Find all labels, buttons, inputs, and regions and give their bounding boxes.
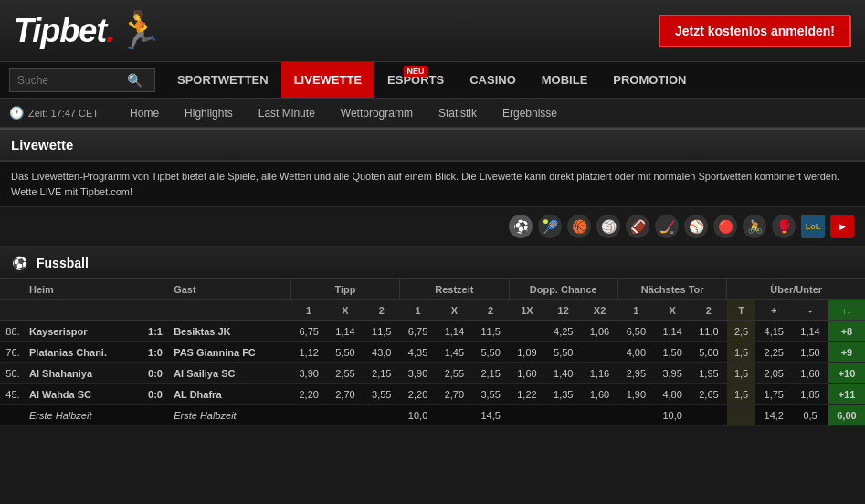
cycling-icon[interactable]: 🚴 (743, 215, 766, 238)
search-input[interactable] (17, 74, 127, 87)
col-r1: 1 (400, 300, 437, 321)
table-row: 88. Kayserispor 1:1 Besiktas JK 6,75 1,1… (0, 321, 865, 342)
sub-nav-home[interactable]: Home (117, 100, 172, 127)
col-dopp-label: Dopp. Chance (509, 279, 617, 300)
col-d12: 12 (545, 300, 582, 321)
col-minus: - (792, 300, 828, 321)
col-score-empty (141, 279, 170, 300)
clock-icon: 🕐 (9, 106, 24, 120)
table-row: 45. Al Wahda SC 0:0 AL Dhafra 2,20 2,70 … (0, 384, 865, 405)
badge-neu: Neu (404, 66, 428, 77)
sub-nav-lastminute[interactable]: Last Minute (246, 100, 328, 127)
basketball-icon[interactable]: 🏀 (567, 215, 591, 238)
nav-item-promotion[interactable]: PROMOTION (600, 62, 699, 98)
col-tipp-label: Tipp (290, 279, 399, 300)
col-num (0, 279, 26, 300)
ou-value: +9 (828, 342, 865, 363)
sub-nav: 🕐 Zeit: 17:47 CET Home Highlights Last M… (0, 99, 865, 128)
col-gast: Gast (170, 279, 290, 300)
hockey-icon[interactable]: 🏒 (655, 215, 679, 238)
nav-item-livewette[interactable]: LIVEWETTE (281, 62, 374, 98)
sub-nav-wettprogramm[interactable]: Wettprogramm (328, 100, 426, 127)
col-t2: 2 (364, 300, 400, 321)
col-n1: 1 (617, 300, 654, 321)
football-icon[interactable]: 🏈 (626, 215, 649, 238)
livewette-description: Das Livewetten-Programm von Tipbet biete… (0, 162, 865, 207)
time-text: Zeit: 17:47 CET (28, 108, 99, 119)
time-display: 🕐 Zeit: 17:47 CET (9, 99, 99, 127)
nav-item-casino[interactable]: CASINO (457, 62, 529, 98)
logo: Tipbet. 🏃 (14, 9, 163, 52)
sport-section-header: ⚽ Fussball (0, 247, 865, 279)
table-row: 50. Al Shahaniya 0:0 Al Sailiya SC 3,90 … (0, 363, 865, 384)
ou-value: +11 (828, 384, 865, 405)
table-row: 76. Platanias Chani. 1:0 PAS Giannina FC… (0, 342, 865, 363)
half-time-row: Erste Halbzeit Erste Halbzeit 10,0 14,5 … (0, 405, 865, 426)
col-naech-label: Nächstes Tor (617, 279, 726, 300)
register-button[interactable]: Jetzt kostenlos anmelden! (659, 15, 851, 47)
search-icon: 🔍 (127, 73, 142, 88)
lol-icon[interactable]: LoL (801, 215, 825, 238)
col-nx: X (654, 300, 691, 321)
tennis-icon[interactable]: 🎾 (538, 215, 562, 238)
search-box: 🔍 (9, 68, 155, 92)
bet-table: Heim Gast Tipp Restzeit Dopp. Chance Näc… (0, 279, 865, 426)
col-ou-val: ↑↓ (828, 300, 865, 321)
nav-item-sportwetten[interactable]: SPORTWETTEN (164, 62, 281, 98)
sub-nav-statistik[interactable]: Statistik (426, 100, 490, 127)
col-heim: Heim (26, 279, 141, 300)
ou-value: +8 (828, 321, 865, 342)
logo-text: Tipbet (14, 12, 106, 50)
col-rest-label: Restzeit (400, 279, 509, 300)
sport-section-fussball: ⚽ Fussball Heim Gast Tipp Restzeit Dopp.… (0, 247, 865, 426)
col-dx2: X2 (582, 300, 618, 321)
fighter-icon[interactable]: 🥊 (772, 215, 796, 238)
col-plus: + (755, 300, 792, 321)
nav-items: SPORTWETTEN LIVEWETTE Neu ESPORTS CASINO… (164, 62, 699, 98)
livewette-section-title: Livewette (0, 128, 865, 162)
ou-value: +10 (828, 363, 865, 384)
baseball-icon[interactable]: ⚾ (684, 215, 708, 238)
col-t: T (727, 300, 756, 321)
nav-item-esports[interactable]: Neu ESPORTS (374, 62, 457, 98)
sport-section-title: Fussball (37, 256, 89, 270)
sub-nav-items: Home Highlights Last Minute Wettprogramm… (117, 100, 570, 127)
sub-nav-highlights[interactable]: Highlights (172, 100, 246, 127)
col-rx: X (436, 300, 472, 321)
col-ou-label: Über/Unter (727, 279, 865, 300)
col-tx: X (327, 300, 364, 321)
nav-item-mobile[interactable]: MOBILE (529, 62, 601, 98)
volleyball-icon[interactable]: 🏐 (596, 215, 620, 238)
ball2-icon[interactable]: 🔴 (713, 215, 737, 238)
esport-icon[interactable]: ▶ (830, 215, 854, 238)
main-nav: 🔍 SPORTWETTEN LIVEWETTE Neu ESPORTS CASI… (0, 62, 865, 99)
soccer-icon[interactable]: ⚽ (509, 215, 533, 238)
col-r2: 2 (472, 300, 509, 321)
sub-nav-ergebnisse[interactable]: Ergebnisse (490, 100, 570, 127)
header: Tipbet. 🏃 Jetzt kostenlos anmelden! (0, 0, 865, 62)
col-t1: 1 (290, 300, 327, 321)
sport-icons-row: ⚽ 🎾 🏀 🏐 🏈 🏒 ⚾ 🔴 🚴 🥊 LoL ▶ (0, 207, 865, 247)
logo-figure: 🏃 (117, 9, 163, 52)
col-d1x: 1X (509, 300, 545, 321)
fussball-ball-icon: ⚽ (9, 253, 29, 273)
col-n2: 2 (691, 300, 727, 321)
